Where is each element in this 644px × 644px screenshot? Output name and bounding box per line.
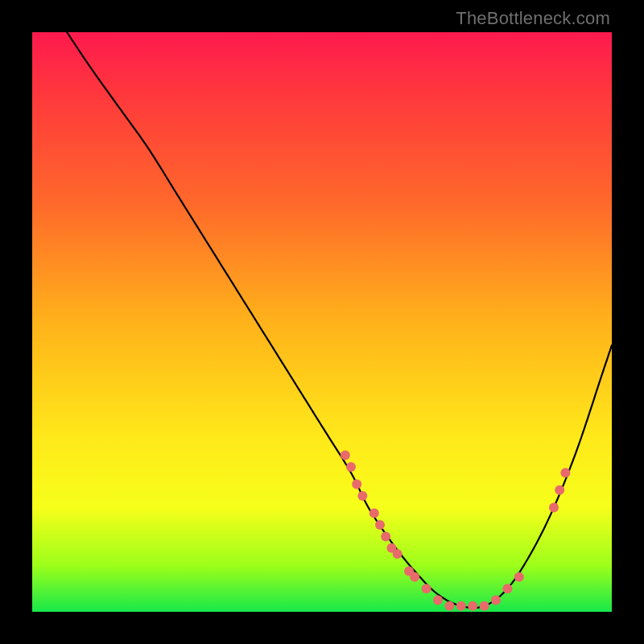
data-marker bbox=[555, 485, 564, 495]
data-marker bbox=[357, 491, 367, 501]
curve-svg bbox=[32, 32, 612, 612]
data-marker bbox=[422, 584, 431, 593]
data-marker bbox=[381, 531, 390, 541]
data-marker bbox=[352, 480, 361, 489]
markers-group bbox=[341, 451, 571, 611]
bottleneck-curve bbox=[67, 32, 612, 608]
data-marker bbox=[502, 584, 512, 593]
data-marker bbox=[491, 596, 501, 605]
data-marker bbox=[444, 601, 454, 611]
data-marker bbox=[369, 509, 379, 518]
watermark-text: TheBottleneck.com bbox=[456, 8, 610, 29]
data-marker bbox=[514, 572, 524, 582]
data-marker bbox=[375, 520, 385, 530]
data-marker bbox=[468, 601, 477, 611]
data-marker bbox=[433, 596, 443, 605]
data-marker bbox=[410, 572, 419, 582]
data-marker bbox=[480, 601, 489, 611]
data-marker bbox=[346, 462, 356, 472]
data-marker bbox=[341, 451, 350, 460]
data-marker bbox=[549, 502, 559, 512]
chart-frame: TheBottleneck.com bbox=[0, 0, 644, 644]
data-marker bbox=[456, 601, 466, 611]
data-marker bbox=[560, 468, 570, 477]
plot-area bbox=[32, 32, 612, 612]
data-marker bbox=[393, 549, 402, 559]
